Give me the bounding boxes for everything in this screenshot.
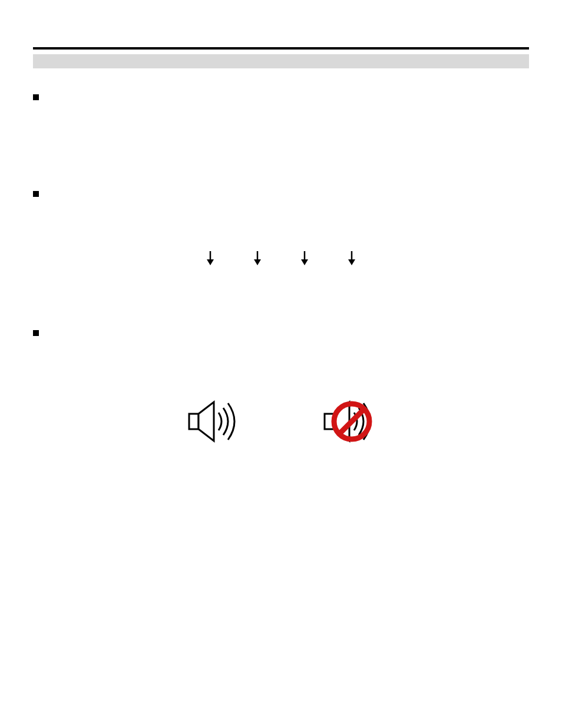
list-item [33, 189, 529, 197]
bullet-icon [33, 94, 39, 100]
page-container [0, 0, 562, 728]
list-item [33, 328, 529, 336]
bullet-icon [33, 330, 39, 336]
down-arrow-icon [204, 250, 216, 269]
bullet-icon [33, 191, 39, 197]
down-arrow-icon [346, 250, 358, 269]
svg-marker-3 [254, 259, 261, 265]
speaker-muted-icon [316, 389, 381, 456]
svg-marker-1 [207, 259, 214, 265]
svg-marker-7 [348, 259, 355, 265]
horizontal-rule [33, 47, 529, 50]
svg-rect-8 [189, 414, 199, 429]
speaker-on-icon [181, 389, 246, 456]
down-arrow-icon [299, 250, 310, 269]
down-arrow-icon [252, 250, 263, 269]
section-heading-bar [33, 54, 529, 68]
arrow-row [33, 250, 529, 269]
speaker-icon-row [33, 389, 529, 456]
svg-marker-5 [301, 259, 308, 265]
svg-marker-9 [199, 402, 214, 441]
list-item [33, 92, 529, 100]
